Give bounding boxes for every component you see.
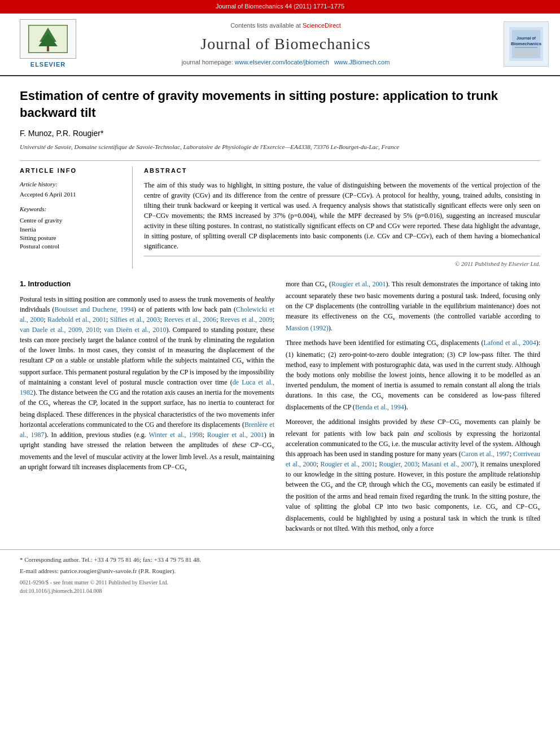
- ref-lafond[interactable]: Lafond et al., 2004: [484, 339, 536, 347]
- ref-rougier2001b[interactable]: Rougier et al., 2001: [331, 280, 386, 288]
- svg-rect-10: [515, 49, 537, 57]
- body-right: more than CGv (Rougier et al., 2001). Th…: [286, 279, 540, 538]
- article-info-heading: ARTICLE INFO: [20, 167, 124, 176]
- paper-title: Estimation of centre of gravity movement…: [20, 88, 540, 121]
- history-label: Article history:: [20, 180, 124, 189]
- content-area: Estimation of centre of gravity movement…: [0, 76, 560, 549]
- ref-reeves2006[interactable]: Reeves et al., 2006: [164, 316, 217, 324]
- ref-massion[interactable]: Massion (1992): [286, 324, 329, 332]
- issn-line: 0021-9290/$ - see front matter © 2011 Pu…: [20, 579, 540, 595]
- logo-box: [20, 19, 76, 59]
- intro-paragraph-1: Postural tests in sitting position are c…: [20, 294, 274, 474]
- header-center: Contents lists available at ScienceDirec…: [85, 21, 487, 67]
- body-section: 1. Introduction Postural tests in sittin…: [20, 279, 540, 538]
- journal-bar-text: Journal of Biomechanics 44 (2011) 1771–1…: [216, 3, 344, 10]
- ref-caron[interactable]: Caron et al., 1997: [461, 450, 510, 458]
- history-value: Accepted 6 April 2011: [20, 190, 124, 199]
- copyright-notice: © 2011 Published by Elsevier Ltd.: [144, 256, 540, 269]
- svg-text:Journal of: Journal of: [517, 36, 536, 40]
- journal-bar: Journal of Biomechanics 44 (2011) 1771–1…: [0, 0, 560, 14]
- ref-reeves2009[interactable]: Reeves et al., 2009: [220, 316, 273, 324]
- ref-benda[interactable]: Benda et al., 1994: [355, 403, 404, 411]
- ref-rougier2001c[interactable]: Rougier et al., 2001: [321, 460, 375, 468]
- ref-winter[interactable]: Winter et al., 1998: [148, 431, 202, 439]
- body-left: 1. Introduction Postural tests in sittin…: [20, 279, 274, 538]
- email-note: E-mail address: patrice.rougier@univ-sav…: [20, 567, 540, 576]
- page-wrapper: Journal of Biomechanics 44 (2011) 1771–1…: [0, 0, 560, 601]
- two-col-layout: ARTICLE INFO Article history: Accepted 6…: [20, 160, 540, 269]
- right-paragraph-2: Three methods have been identified for e…: [286, 338, 540, 412]
- ref-bouisset[interactable]: Bouisset and Duchene, 1994: [54, 305, 134, 313]
- header-left: ELSEVIER: [11, 19, 85, 69]
- ref-radebold[interactable]: Radebold et al., 2001: [47, 316, 106, 324]
- tree-icon: [28, 25, 68, 53]
- sciencedirect-label: Contents lists available at ScienceDirec…: [85, 21, 487, 30]
- corresponding-note: * Corresponding author. Tel.: +33 4 79 7…: [20, 556, 540, 565]
- svg-text:Biomechanics: Biomechanics: [511, 41, 542, 46]
- keyword-2: Inertia: [20, 225, 124, 234]
- header-right: Journal of Biomechanics: [487, 21, 549, 67]
- ref-silfies[interactable]: Silfies et al., 2003: [110, 316, 160, 324]
- ref-rougier2001[interactable]: Rougier et al., 2001: [207, 431, 264, 439]
- ref-rougier2003[interactable]: Rougier, 2003: [379, 460, 418, 468]
- keyword-3: Sitting posture: [20, 234, 124, 242]
- keyword-1: Centre of gravity: [20, 216, 124, 225]
- header-area: ELSEVIER Contents lists available at Sci…: [0, 14, 560, 76]
- homepage-link-1[interactable]: www.elsevier.com/locate/jbiomech: [235, 59, 329, 65]
- abstract-heading: ABSTRACT: [144, 167, 540, 176]
- abstract-col: ABSTRACT The aim of this study was to hi…: [144, 167, 540, 269]
- sciencedirect-link[interactable]: ScienceDirect: [303, 22, 341, 29]
- keywords-label: Keywords:: [20, 205, 124, 214]
- ref-vandieen[interactable]: van Dieën et al., 2010: [104, 326, 167, 334]
- abstract-text: The aim of this study was to highlight, …: [144, 180, 540, 251]
- journal-title-main: Journal of Biomechanics: [85, 33, 487, 56]
- journal-thumbnail: Journal of Biomechanics: [504, 21, 549, 67]
- ref-masani[interactable]: Masani et al., 2007: [422, 460, 474, 468]
- affiliation: Université de Savoie, Domaine scientifiq…: [20, 143, 540, 152]
- footer-area: * Corresponding author. Tel.: +33 4 79 7…: [0, 549, 560, 601]
- authors: F. Munoz, P.R. Rougier*: [20, 128, 540, 139]
- journal-homepage: journal homepage: www.elsevier.com/locat…: [85, 58, 487, 67]
- journal-cover-icon: Journal of Biomechanics: [509, 27, 543, 61]
- right-paragraph-1: more than CGv (Rougier et al., 2001). Th…: [286, 279, 540, 333]
- keyword-4: Postural control: [20, 242, 124, 251]
- elsevier-text: ELSEVIER: [30, 60, 65, 69]
- article-info: ARTICLE INFO Article history: Accepted 6…: [20, 167, 133, 269]
- ref-vandaele[interactable]: van Daele et al., 2009, 2010: [20, 326, 99, 334]
- right-paragraph-3: Moreover, the additional insights provid…: [286, 417, 540, 534]
- elsevier-logo: ELSEVIER: [11, 19, 85, 69]
- ref-deluca[interactable]: de Luca et al., 1982: [20, 378, 274, 396]
- intro-heading: 1. Introduction: [20, 279, 274, 290]
- homepage-link-2[interactable]: www.JBiomech.com: [334, 59, 390, 65]
